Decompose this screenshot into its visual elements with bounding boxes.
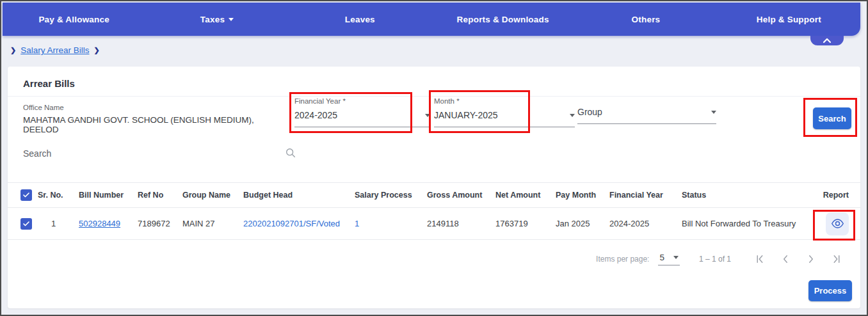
divider — [8, 96, 860, 97]
cell-pay-month: Jan 2025 — [556, 208, 609, 240]
cell-gross-amount: 2149118 — [427, 208, 495, 240]
chevron-right-icon — [805, 253, 817, 265]
checkmark-icon — [22, 191, 30, 199]
group-select[interactable]: Group — [577, 105, 716, 124]
page-range-label: 1 – 1 of 1 — [699, 255, 731, 264]
dropdown-arrow-icon[interactable] — [570, 114, 575, 117]
cell-financial-year: 2024-2025 — [609, 208, 682, 240]
dropdown-arrow-icon[interactable] — [425, 114, 430, 117]
financial-year-value: 2024-2025 — [294, 110, 337, 120]
table-search-field — [23, 147, 299, 162]
salary-process-link[interactable]: 1 — [355, 219, 359, 228]
top-navbar: Pay & Allowance Taxes Leaves Reports & D… — [3, 3, 860, 36]
column-header-ref-no: Ref No — [138, 183, 182, 208]
nav-label: Pay & Allowance — [38, 15, 109, 24]
column-header-net-amount: Net Amount — [495, 183, 556, 208]
paginator: Items per page: 5 1 – 1 of 1 — [596, 249, 842, 269]
dropdown-arrow-icon — [673, 256, 679, 259]
chevron-up-icon — [823, 38, 832, 43]
column-header-status: Status — [682, 183, 819, 208]
nav-item-pay-allowance[interactable]: Pay & Allowance — [3, 15, 145, 24]
breadcrumb: ❯ Salary Arrear Bills ❯ — [10, 45, 100, 55]
column-header-financial-year: Financial Year — [609, 183, 682, 208]
column-header-group-name: Group Name — [182, 183, 243, 208]
breadcrumb-chevron-icon: ❯ — [94, 46, 100, 54]
chevron-down-icon — [229, 18, 234, 21]
cell-group-name: MAIN 27 — [182, 208, 243, 240]
nav-item-others[interactable]: Others — [574, 15, 717, 24]
nav-item-reports-downloads[interactable]: Reports & Downloads — [431, 15, 574, 24]
arrear-bills-table: Sr. No. Bill Number Ref No Group Name Bu… — [8, 182, 860, 240]
next-page-button[interactable] — [805, 253, 817, 265]
row-checkbox[interactable] — [20, 218, 32, 230]
breadcrumb-link-salary-arrear-bills[interactable]: Salary Arrear Bills — [20, 45, 89, 55]
month-label: Month * — [434, 97, 575, 105]
column-header-pay-month: Pay Month — [556, 183, 609, 208]
nav-item-leaves[interactable]: Leaves — [289, 15, 431, 24]
column-header-report: Report — [819, 183, 860, 208]
search-input[interactable] — [23, 147, 299, 162]
view-report-button[interactable] — [826, 212, 849, 235]
process-button[interactable]: Process — [808, 280, 852, 301]
select-all-checkbox[interactable] — [20, 189, 32, 201]
table-header-row: Sr. No. Bill Number Ref No Group Name Bu… — [8, 183, 860, 208]
column-header-budget-head: Budget Head — [243, 183, 355, 208]
nav-label: Help & Support — [757, 15, 821, 24]
nav-label: Others — [632, 15, 661, 24]
first-page-icon — [754, 253, 766, 265]
group-placeholder: Group — [577, 107, 602, 117]
month-select[interactable]: Month * JANUARY-2025 — [434, 97, 575, 127]
column-header-bill-number: Bill Number — [79, 183, 138, 208]
nav-label: Reports & Downloads — [457, 15, 549, 24]
items-per-page-label: Items per page: — [596, 255, 649, 264]
office-name-value: MAHATMA GANDHI GOVT. SCHOOL (ENGLISH MED… — [23, 115, 285, 134]
field-underline — [577, 123, 716, 124]
cell-net-amount: 1763719 — [495, 208, 556, 240]
search-button[interactable]: Search — [813, 107, 851, 129]
nav-item-help-support[interactable]: Help & Support — [718, 15, 860, 24]
financial-year-select[interactable]: Financial Year * 2024-2025 — [294, 97, 430, 127]
dropdown-arrow-icon[interactable] — [711, 111, 716, 114]
items-per-page-select[interactable]: 5 — [658, 253, 680, 265]
bill-number-link[interactable]: 502928449 — [79, 219, 120, 228]
column-header-gross-amount: Gross Amount — [427, 183, 495, 208]
cell-status: Bill Not Forwarded To Treasury — [682, 208, 819, 240]
search-icon — [285, 147, 296, 161]
field-underline — [294, 127, 430, 127]
financial-year-label: Financial Year * — [294, 97, 430, 105]
first-page-button[interactable] — [754, 253, 766, 265]
nav-item-taxes[interactable]: Taxes — [145, 15, 288, 24]
column-header-salary-process: Salary Process — [355, 183, 427, 208]
navbar-collapse-button[interactable] — [810, 36, 844, 45]
arrear-bills-page: { "colors": { "nav_blue": "#4355cb", "bu… — [0, 0, 868, 316]
breadcrumb-chevron-icon: ❯ — [10, 46, 16, 54]
month-value: JANUARY-2025 — [434, 110, 498, 120]
nav-label: Leaves — [345, 15, 375, 24]
previous-page-button[interactable] — [780, 253, 791, 265]
nav-label: Taxes — [200, 15, 225, 24]
last-page-icon — [831, 253, 842, 265]
table-row: 1 502928449 7189672 MAIN 27 220202109270… — [8, 208, 860, 240]
column-header-sr-no: Sr. No. — [38, 183, 79, 208]
last-page-button[interactable] — [831, 253, 842, 265]
field-underline — [434, 127, 575, 127]
cell-ref-no: 7189672 — [138, 208, 182, 240]
checkmark-icon — [22, 220, 30, 228]
office-name-label: Office Name — [23, 104, 285, 111]
eye-icon — [831, 217, 844, 230]
items-per-page-value: 5 — [659, 253, 664, 262]
budget-head-link[interactable]: 2202021092701/SF/Voted — [243, 219, 340, 228]
page-title: Arrear Bills — [23, 78, 75, 89]
cell-sr-no: 1 — [38, 208, 79, 240]
office-name-block: Office Name MAHATMA GANDHI GOVT. SCHOOL … — [23, 104, 285, 134]
arrear-bills-card: Arrear Bills Office Name MAHATMA GANDHI … — [8, 67, 860, 308]
chevron-left-icon — [780, 253, 791, 265]
